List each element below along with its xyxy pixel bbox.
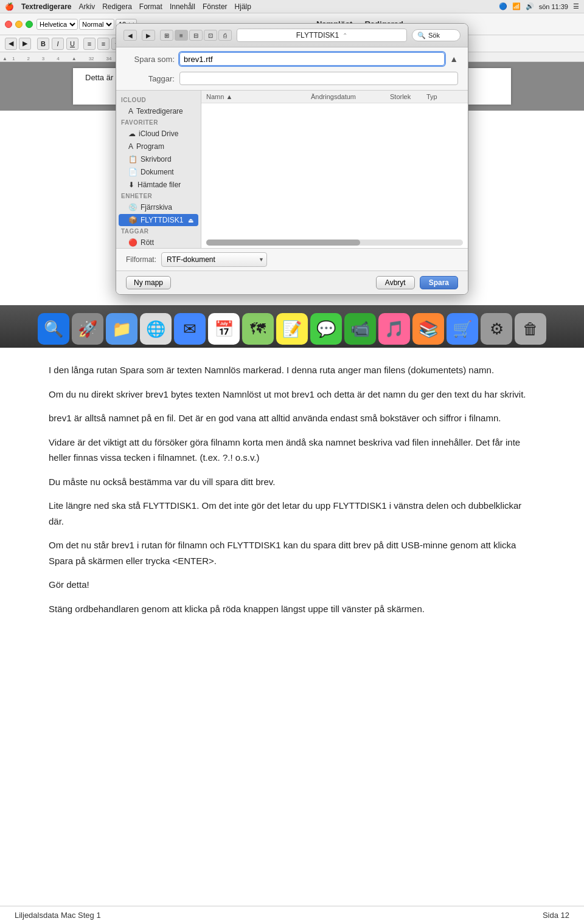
dock-books[interactable]: 📚 xyxy=(412,313,444,345)
footer-left: Liljedalsdata Mac Steg 1 xyxy=(15,911,101,920)
content-para-1: I den långa rutan Spara som är texten Na… xyxy=(49,362,535,378)
menu-bar-left: 🍎 Textredigerare Arkiv Redigera Format I… xyxy=(5,2,251,11)
dock-finder[interactable]: 🔍 xyxy=(38,313,69,345)
menu-arkiv[interactable]: Arkiv xyxy=(78,2,95,11)
sidebar-label-flyttdisk1: FLYTTDISK1 xyxy=(141,216,183,224)
sidebar-item-rott[interactable]: 🔴 Rött xyxy=(119,236,198,248)
dock-messages[interactable]: 💬 xyxy=(310,313,342,345)
sidebar-section-favoriter: Favoriter xyxy=(116,118,201,127)
menu-fonster[interactable]: Fönster xyxy=(203,2,228,11)
dock-maps[interactable]: 🗺 xyxy=(242,313,274,345)
dock-calendar[interactable]: 📅 xyxy=(208,313,240,345)
save-dialog: ◀ ▶ ⊞ ≡ ⊟ ⊡ ⎙ FLYTTDISK1 ⌃ 🔍 Sök Spara s… xyxy=(116,23,468,295)
sidebar-label-dokument: Dokument xyxy=(141,168,174,176)
saveas-label: Spara som: xyxy=(126,55,175,64)
dialog-path[interactable]: FLYTTDISK1 ⌃ xyxy=(237,29,407,42)
content-para-4: Vidare är det viktigt att du försöker gö… xyxy=(49,435,535,466)
col-header-size[interactable]: Storlek xyxy=(390,93,426,100)
sidebar-label-program: Program xyxy=(136,142,164,151)
sidebar-item-icloud-drive[interactable]: ☁ iCloud Drive xyxy=(119,128,198,140)
apple-menu[interactable]: 🍎 xyxy=(5,2,14,11)
content-para-9: Stäng ordbehandlaren genom att klicka på… xyxy=(49,601,535,617)
dokument-icon: 📄 xyxy=(128,168,137,176)
sidebar-item-flyttdisk1[interactable]: 📦 FLYTTDISK1 ⏏ xyxy=(119,214,198,226)
page-footer: Liljedalsdata Mac Steg 1 Sida 12 xyxy=(0,906,584,924)
dock-launchpad[interactable]: 🚀 xyxy=(72,313,103,345)
sidebar-item-textredigerare[interactable]: A Textredigerare xyxy=(119,105,198,117)
format-label: Filformat: xyxy=(126,255,156,264)
content-para-7: Om det nu står brev1 i rutan för filnamn… xyxy=(49,537,535,568)
content-para-2: Om du nu direkt skriver brev1 bytes text… xyxy=(49,387,535,402)
dialog-search-box[interactable]: 🔍 Sök xyxy=(412,29,461,41)
view-toggle: ⊞ ≡ ⊟ ⊡ ⎙ xyxy=(160,30,232,41)
col-header-date[interactable]: Ändringsdatum xyxy=(311,93,390,100)
dialog-action-buttons: Avbryt Spara xyxy=(376,276,458,289)
menu-bar-right: 🔵 📶 🔊 sön 11:39 ☰ xyxy=(499,2,579,10)
format-select[interactable]: RTF-dokument Oformaterat text-dokument R… xyxy=(161,252,267,267)
sidebar-label-hamtade: Hämtade filer xyxy=(137,181,181,189)
scrollbar-area xyxy=(201,236,468,248)
dock-facetime[interactable]: 📹 xyxy=(344,313,376,345)
menu-hjalp[interactable]: Hjälp xyxy=(235,2,251,11)
content-para-6: Lite längre ned ska stå FLYTTDISK1. Om d… xyxy=(49,498,535,529)
dock-bar: 🔍 🚀 📁 🌐 ✉ 📅 🗺 📝 💬 📹 🎵 📚 🛒 ⚙ 🗑 xyxy=(0,305,584,348)
col-header-name[interactable]: Namn ▲ xyxy=(206,93,311,100)
sidebar-label-textredigerare: Textredigerare xyxy=(136,107,183,116)
skrivbord-icon: 📋 xyxy=(128,155,137,164)
farrskiva-icon: 💿 xyxy=(128,203,137,212)
sidebar-section-enheter: Enheter xyxy=(116,191,201,201)
dock-folder[interactable]: 📁 xyxy=(106,313,137,345)
menu-redigera[interactable]: Redigera xyxy=(102,2,132,11)
menu-format[interactable]: Format xyxy=(139,2,162,11)
sidebar-item-skrivbord[interactable]: 📋 Skrivbord xyxy=(119,153,198,165)
format-row: Filformat: RTF-dokument Oformaterat text… xyxy=(116,248,468,271)
content-para-5: Du måste nu också bestämma var du vill s… xyxy=(49,474,535,490)
dock-music[interactable]: 🎵 xyxy=(378,313,410,345)
new-folder-button[interactable]: Ny mapp xyxy=(126,276,171,289)
dock-appstore[interactable]: 🛒 xyxy=(447,313,478,345)
path-label: FLYTTDISK1 xyxy=(296,31,339,40)
view-grid-btn[interactable]: ⊞ xyxy=(160,30,173,41)
dialog-header: ◀ ▶ ⊞ ≡ ⊟ ⊡ ⎙ FLYTTDISK1 ⌃ 🔍 Sök xyxy=(116,24,468,47)
cancel-button[interactable]: Avbryt xyxy=(376,276,415,289)
view-list-btn[interactable]: ≡ xyxy=(175,30,188,41)
content-area: I den långa rutan Spara som är texten Na… xyxy=(0,348,584,640)
eject-icon[interactable]: ⏏ xyxy=(188,217,193,224)
app-menu-textredigerare[interactable]: Textredigerare xyxy=(21,2,71,11)
dock-trash[interactable]: 🗑 xyxy=(515,313,546,345)
dock-notes[interactable]: 📝 xyxy=(276,313,308,345)
saveas-input[interactable] xyxy=(179,52,445,66)
sidebar-item-farrskiva[interactable]: 💿 Fjärrskiva xyxy=(119,201,198,213)
sidebar-item-program[interactable]: A Program xyxy=(119,140,198,153)
dock-mail[interactable]: ✉ xyxy=(174,313,206,345)
file-list-header: Namn ▲ Ändringsdatum Storlek Typ xyxy=(201,91,468,103)
save-button[interactable]: Spara xyxy=(420,276,458,289)
tags-row: Taggar: xyxy=(116,71,468,90)
sidebar-item-hamtade[interactable]: ⬇ Hämtade filer xyxy=(119,179,198,191)
saveas-arrow[interactable]: ▲ xyxy=(450,54,458,64)
col-header-type[interactable]: Typ xyxy=(426,93,463,100)
dock-safari[interactable]: 🌐 xyxy=(140,313,172,345)
nav-forward-btn[interactable]: ▶ xyxy=(142,30,155,41)
wifi-icon: 📶 xyxy=(512,2,521,10)
menu-icon[interactable]: ☰ xyxy=(573,2,579,10)
sidebar-section-icloud: iCloud xyxy=(116,95,201,105)
icloud-drive-icon: ☁ xyxy=(128,129,136,138)
sidebar-section-taggar: Taggar xyxy=(116,227,201,236)
menu-innehall[interactable]: Innehåll xyxy=(170,2,195,11)
scrollbar-thumb[interactable] xyxy=(206,240,360,246)
view-columns-btn[interactable]: ⊟ xyxy=(189,30,203,41)
tags-label: Taggar: xyxy=(126,74,175,83)
bluetooth-icon: 🔵 xyxy=(499,2,507,10)
dock-prefs[interactable]: ⚙ xyxy=(481,313,512,345)
scrollbar-track[interactable] xyxy=(206,240,463,246)
save-dialog-overlay: ◀ ▶ ⊞ ≡ ⊟ ⊡ ⎙ FLYTTDISK1 ⌃ 🔍 Sök Spara s… xyxy=(0,23,584,295)
sidebar-label-farrskiva: Fjärrskiva xyxy=(141,203,172,212)
tags-input[interactable] xyxy=(179,72,458,85)
nav-back-btn[interactable]: ◀ xyxy=(123,30,137,41)
sidebar-item-dokument[interactable]: 📄 Dokument xyxy=(119,166,198,178)
format-select-wrapper[interactable]: RTF-dokument Oformaterat text-dokument R… xyxy=(161,252,267,267)
view-cover-btn[interactable]: ⊡ xyxy=(204,30,217,41)
view-share-btn[interactable]: ⎙ xyxy=(218,30,232,41)
content-para-8: Gör detta! xyxy=(49,577,535,593)
